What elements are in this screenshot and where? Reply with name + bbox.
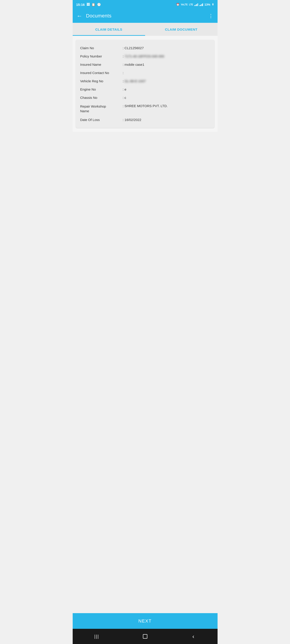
app-bar: ← Documents ⋮ — [73, 9, 218, 23]
insured-name-label: Insured Name — [80, 62, 123, 66]
vehicle-reg-value: : GL-88-E-1007 — [123, 79, 210, 83]
repair-workshop-row: Repair WorkshopName : SHREE MOTORS PVT. … — [80, 102, 210, 116]
date-of-loss-row: Date Of Loss : 16/02/2022 — [80, 116, 210, 124]
battery-down-icon: ⬇ — [212, 3, 214, 6]
overflow-menu-button[interactable]: ⋮ — [208, 15, 214, 17]
photo-icon: 🖼 — [86, 3, 90, 6]
status-right: ⏰ VoLTE LTE 13% ⬇ — [176, 3, 214, 6]
repair-workshop-label: Repair WorkshopName — [80, 104, 123, 113]
volte-label: VoLTE — [181, 3, 188, 6]
chassis-no-value: : c — [123, 96, 210, 100]
insured-contact-value: : — [123, 71, 210, 75]
claim-no-row: Claim No : CL21256027 — [80, 44, 210, 52]
repair-workshop-value: : SHREE MOTORS PVT. LTD. — [123, 104, 210, 108]
date-of-loss-value: : 16/02/2022 — [123, 118, 210, 122]
insured-contact-label: Insured Contact No — [80, 71, 123, 75]
tab-claim-details[interactable]: CLAIM DETAILS — [73, 23, 145, 36]
engine-no-row: Engine No : e — [80, 85, 210, 94]
tabs-container: CLAIM DETAILS CLAIM DOCUMENT — [73, 23, 218, 36]
clock-icon: 🕐 — [97, 3, 101, 6]
alarm-icon: ⏰ — [176, 3, 180, 6]
signal-bars-2 — [200, 3, 203, 6]
insured-contact-row: Insured Contact No : — [80, 69, 210, 77]
insured-name-row: Insured Name : mobile case1 — [80, 60, 210, 69]
vehicle-reg-row: Vehicle Reg No : GL-88-E-1007 — [80, 77, 210, 85]
lte-label: LTE — [189, 3, 193, 6]
time-display: 15:16 — [76, 3, 85, 6]
date-of-loss-label: Date Of Loss — [80, 118, 123, 122]
clipboard-icon: 📋 — [92, 3, 95, 6]
vehicle-reg-label: Vehicle Reg No — [80, 79, 123, 83]
policy-number-value: : 7171-40-16FPOS-045-000 — [123, 54, 210, 58]
engine-no-value: : e — [123, 88, 210, 91]
chassis-no-row: Chassis No : c — [80, 94, 210, 102]
claim-details-card: Claim No : CL21256027 Policy Number : 71… — [76, 40, 214, 128]
main-content: Claim No : CL21256027 Policy Number : 71… — [73, 36, 218, 132]
policy-number-label: Policy Number — [80, 54, 123, 58]
policy-number-row: Policy Number : 7171-40-16FPOS-045-000 — [80, 52, 210, 60]
status-bar: 15:16 🖼 📋 🕐 ⏰ VoLTE LTE 13% ⬇ — [73, 0, 218, 9]
battery-percentage: 13% — [204, 3, 210, 6]
status-left: 15:16 🖼 📋 🕐 — [76, 3, 101, 6]
back-button[interactable]: ← — [77, 13, 82, 19]
chassis-no-label: Chassis No — [80, 96, 123, 100]
insured-name-value: : mobile case1 — [123, 62, 210, 66]
signal-bars-1 — [194, 3, 198, 6]
claim-no-value: : CL21256027 — [123, 46, 210, 50]
tab-claim-document[interactable]: CLAIM DOCUMENT — [145, 23, 218, 36]
claim-no-label: Claim No — [80, 46, 123, 50]
app-title: Documents — [86, 13, 208, 19]
engine-no-label: Engine No — [80, 88, 123, 91]
